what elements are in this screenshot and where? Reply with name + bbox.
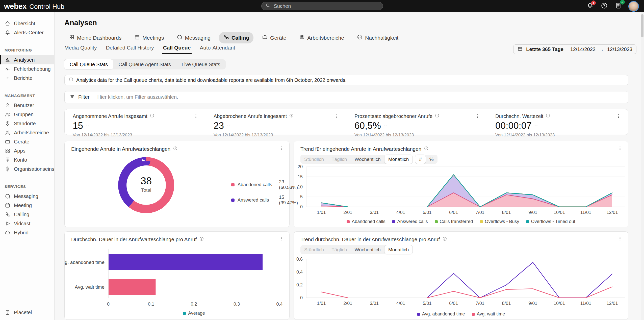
calendar-icon: [517, 46, 523, 53]
subtab-call-queue[interactable]: Call Queue: [163, 45, 191, 51]
scrollbar-thumb[interactable]: [641, 14, 643, 37]
kpi-caption: Von 12/14/2022 bis 12/13/2023: [73, 133, 205, 138]
legend-swatch: [183, 312, 186, 315]
sidebar-item-analysen[interactable]: Analysen: [0, 55, 54, 64]
svg-text:1/01: 1/01: [317, 301, 326, 306]
toggle-taeglich[interactable]: Täglich: [328, 155, 351, 164]
pill-call-queue-stats[interactable]: Call Queue Stats: [64, 59, 113, 69]
kebab-menu-icon[interactable]: [616, 113, 621, 119]
sidebar-item-label: Meeting: [14, 203, 32, 208]
sidebar-item-vidcast[interactable]: Vidcast: [0, 219, 54, 228]
incoming-calls-donut-card: Eingehende Anrufe in Anrufwarteschlangen…: [64, 141, 290, 227]
kebab-menu-icon[interactable]: [193, 113, 198, 119]
tab-nachhaltigkeit[interactable]: Nachhaltigkeit: [352, 32, 403, 43]
legend-item-avg-wait-time[interactable]: Avg. wait time: [472, 311, 505, 317]
sidebar-item-uebersicht[interactable]: Übersicht: [0, 19, 54, 28]
sidebar-item-geraete[interactable]: Geräte: [0, 137, 54, 146]
tab-meine-dashboards[interactable]: Meine Dashboards: [64, 32, 126, 43]
info-icon[interactable]: [546, 113, 550, 119]
sidebar-item-konto[interactable]: Konto: [0, 155, 54, 164]
sidebar-item-apps[interactable]: Apps: [0, 146, 54, 155]
toggle-monatlich[interactable]: Monatlich: [384, 155, 413, 164]
legend-item-calls-transferred[interactable]: Calls transferred: [435, 219, 473, 224]
filter-bar[interactable]: Filter Hier klicken, um Filter auszuwähl…: [64, 91, 628, 103]
toggle-monatlich[interactable]: Monatlich: [384, 245, 413, 254]
legend-item-answered[interactable]: Answered calls15 (39.47%): [231, 194, 298, 206]
info-icon[interactable]: [435, 113, 440, 119]
sidebar-item-placetel[interactable]: Placetel: [0, 308, 54, 317]
toggle-percent[interactable]: %: [426, 155, 437, 164]
sidebar-item-calling[interactable]: Calling: [0, 210, 54, 219]
sidebar: Übersicht Alerts-Center MONITORING Analy…: [0, 12, 55, 320]
sidebar-item-berichte[interactable]: Berichte: [0, 73, 54, 83]
subtab-detailed-call-history[interactable]: Detailed Call History: [106, 45, 154, 51]
info-icon[interactable]: [289, 113, 294, 119]
tasks-button[interactable]: ✓: [615, 2, 622, 10]
svg-text:Avg. abandoned time: Avg. abandoned time: [65, 260, 105, 265]
kpi-angenommene-anrufe: Angenommene Anrufe insgesamt 15-- Von 12…: [65, 109, 205, 135]
toggle-count[interactable]: #: [415, 155, 426, 164]
kpi-value: 15: [73, 120, 83, 131]
main-content: Analysen Meine Dashboards Meetings Messa…: [55, 12, 644, 320]
kebab-menu-icon[interactable]: [475, 113, 480, 119]
kebab-menu-icon[interactable]: [334, 113, 339, 119]
info-icon[interactable]: [150, 113, 154, 119]
sidebar-item-organisationseinstellungen[interactable]: Organisationseinstellun...: [0, 164, 54, 174]
toggle-woechentlich[interactable]: Wöchentlich: [351, 245, 384, 254]
legend-item-answered-calls[interactable]: Answered calls: [392, 219, 428, 224]
kebab-menu-icon[interactable]: [279, 145, 284, 151]
sidebar-item-standorte[interactable]: Standorte: [0, 119, 54, 128]
info-icon[interactable]: [442, 236, 447, 242]
dashboards-grid-icon: [69, 34, 75, 41]
info-icon[interactable]: [424, 146, 429, 152]
sidebar-divider: [0, 177, 54, 177]
toggle-stuendlich[interactable]: Stündlich: [300, 155, 328, 164]
notifications-button[interactable]: 1: [586, 2, 594, 10]
sidebar-item-messaging[interactable]: Messaging: [0, 192, 54, 201]
kebab-menu-icon[interactable]: [617, 145, 623, 151]
sidebar-item-hybrid[interactable]: Hybrid: [0, 228, 54, 237]
sidebar-item-gruppen[interactable]: Gruppen: [0, 110, 54, 119]
subtab-media-quality[interactable]: Media Quality: [64, 45, 97, 51]
search-input[interactable]: Suchen: [261, 2, 383, 10]
tab-calling[interactable]: Calling: [219, 32, 253, 43]
legend-item-abandoned[interactable]: Abandoned calls23 (60.53%): [231, 179, 298, 190]
arrow-right-icon: →: [599, 46, 604, 52]
pill-call-queue-agent-stats[interactable]: Call Queue Agent Stats: [113, 59, 176, 69]
sidebar-item-benutzer[interactable]: Benutzer: [0, 101, 54, 110]
info-icon[interactable]: [173, 146, 178, 152]
tab-meetings[interactable]: Meetings: [130, 32, 168, 43]
kebab-menu-icon[interactable]: [617, 236, 623, 241]
legend-item-abandoned-calls[interactable]: Abandoned calls: [347, 219, 385, 224]
toggle-taeglich[interactable]: Täglich: [328, 245, 351, 254]
sidebar-item-arbeitsbereiche[interactable]: Arbeitsbereiche: [0, 128, 54, 137]
date-range-picker[interactable]: Letzte 365 Tage 12/14/2022 → 12/13/2023: [513, 44, 636, 54]
page-scrollbar[interactable]: [641, 12, 644, 320]
user-avatar[interactable]: [629, 2, 638, 11]
topbar: webex Control Hub Suchen 1 ✓: [0, 0, 644, 12]
toggle-stuendlich[interactable]: Stündlich: [300, 245, 328, 254]
subtab-auto-attendant[interactable]: Auto-Attendant: [200, 45, 235, 51]
toggle-woechentlich[interactable]: Wöchentlich: [351, 155, 384, 164]
tab-geraete[interactable]: Geräte: [257, 32, 291, 43]
svg-text:10/01: 10/01: [554, 301, 565, 306]
help-button[interactable]: [601, 2, 608, 10]
sidebar-item-meeting[interactable]: Meeting: [0, 201, 54, 210]
legend-item-overflows-busy[interactable]: Overflows - Busy: [480, 219, 519, 224]
info-icon[interactable]: [199, 236, 204, 242]
chat-icon: [5, 193, 11, 199]
legend-item-avg-abandoned-time[interactable]: Avg. abandoned time: [417, 311, 465, 317]
tab-arbeitsbereiche[interactable]: Arbeitsbereiche: [295, 32, 348, 43]
kpi-durchschn-wartezeit: Durchschn. Wartezeit 00:00:07-- Von 12/1…: [487, 109, 628, 135]
date-range-end[interactable]: 12/13/2023: [607, 46, 632, 52]
pill-live-queue-stats[interactable]: Live Queue Stats: [176, 59, 225, 69]
svg-text:10/01: 10/01: [554, 210, 565, 215]
date-range-start[interactable]: 12/14/2022: [570, 46, 596, 52]
sidebar-item-fehlerbehebung[interactable]: Fehlerbehebung: [0, 64, 54, 73]
legend-item-overflows-timed-out[interactable]: Overflows - Timed out: [526, 219, 575, 224]
kpi-suffix: --: [534, 123, 538, 129]
kebab-menu-icon[interactable]: [279, 236, 284, 241]
sidebar-item-alerts-center[interactable]: Alerts-Center: [0, 28, 54, 37]
svg-text:0: 0: [107, 302, 110, 307]
tab-messaging[interactable]: Messaging: [172, 32, 215, 43]
